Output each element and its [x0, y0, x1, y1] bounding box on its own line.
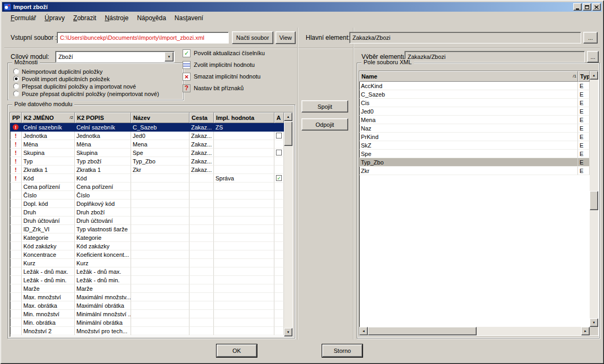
- scroll-up-icon[interactable]: ▲: [590, 71, 598, 80]
- xml-field-row[interactable]: CisE: [359, 99, 590, 107]
- module-field-row[interactable]: Max. obrátkaMaximální obrátka: [10, 301, 284, 310]
- module-table-vscrollbar[interactable]: ▲ ▼: [284, 112, 292, 336]
- checkbox-unchecked[interactable]: [276, 150, 282, 155]
- tool-smazat-implicitni-hodnotu[interactable]: ×Smazat implicitní hodnotu: [183, 72, 265, 81]
- close-button[interactable]: [592, 3, 601, 11]
- module-field-row[interactable]: MaržeMarže: [10, 284, 284, 293]
- radio-prepsat-duplicitni-polozky-a-importovat-nove[interactable]: Přepsat duplicitní položky a importovat …: [13, 83, 181, 90]
- input-file-field[interactable]: C:\Users\buncekp\Documents\Importy\Impor…: [57, 32, 229, 44]
- connect-button[interactable]: Spojit: [301, 100, 348, 112]
- cancel-button[interactable]: Storno: [322, 344, 363, 357]
- menu-item-nastroje[interactable]: Nástroje: [100, 13, 133, 23]
- xml-field-row[interactable]: Jed0E: [359, 107, 590, 116]
- titlebar[interactable]: Import zboží: [2, 2, 602, 12]
- name-cell: C_Sazeb: [131, 123, 189, 132]
- menu-item-zobrazit[interactable]: Zobrazit: [69, 13, 100, 23]
- target-module-combobox[interactable]: Zboží ▼: [55, 51, 175, 63]
- module-field-row[interactable]: Množství 2Množství pro tech...: [10, 327, 284, 335]
- pp-cell: !: [10, 132, 22, 140]
- module-field-row[interactable]: Druh účtováníDruh účtování: [10, 216, 284, 225]
- column-header-cesta[interactable]: Cesta: [189, 112, 214, 123]
- column-header-impl-hodnota[interactable]: Impl. hodnota: [214, 112, 274, 123]
- scroll-thumb[interactable]: [368, 327, 477, 335]
- scroll-thumb[interactable]: [284, 122, 292, 146]
- xml-field-row[interactable]: ZkrE: [359, 167, 590, 175]
- column-header-nazev[interactable]: Název: [131, 112, 189, 123]
- column-header-k2-jmeno[interactable]: K2 JMÉNO/2: [22, 112, 75, 123]
- radio-icon: [13, 76, 19, 82]
- module-field-row[interactable]: KoncentraceKoeficient koncent...: [10, 250, 284, 259]
- disconnect-button[interactable]: Odpojit: [301, 118, 348, 131]
- scroll-left-icon[interactable]: ◄: [359, 327, 368, 335]
- minimize-button[interactable]: [573, 3, 582, 11]
- scroll-up-icon[interactable]: ▲: [284, 112, 292, 121]
- module-field-row[interactable]: Cena pořízeníCena pořízení: [10, 183, 284, 191]
- name-cell: Spe: [131, 149, 189, 157]
- view-button[interactable]: View: [275, 31, 296, 44]
- xml-table-hscrollbar[interactable]: ◄ ►: [359, 327, 590, 335]
- column-header-k2-popis[interactable]: K2 POPIS: [75, 112, 131, 123]
- module-field-row[interactable]: Min. množstvíMinimální množství ...: [10, 310, 284, 318]
- column-header-typ[interactable]: Typ: [578, 71, 590, 82]
- xml-field-row[interactable]: SpeE: [359, 150, 590, 158]
- tool-nastav-bit-priznaku[interactable]: ?Nastav bit příznaků: [183, 84, 265, 92]
- chevron-down-icon[interactable]: ▼: [165, 52, 174, 62]
- scroll-down-icon[interactable]: ▼: [590, 318, 598, 327]
- xml-field-row[interactable]: NazE: [359, 124, 590, 133]
- checkbox-unchecked[interactable]: [276, 133, 282, 138]
- module-field-row[interactable]: !SkupinaSkupinaSpeZakaz...: [10, 149, 284, 157]
- scroll-thumb[interactable]: [590, 191, 598, 210]
- xml-field-row[interactable]: AccKindE: [359, 82, 590, 90]
- maximize-button[interactable]: [583, 3, 591, 11]
- menu-item-formular[interactable]: Formulář: [6, 13, 40, 23]
- module-field-row[interactable]: !KódKódSpráva✓: [10, 174, 284, 183]
- xml-name-cell: SkZ: [359, 141, 578, 150]
- module-field-row[interactable]: !Zkratka 1Zkratka 1ZkrZakaz...: [10, 166, 284, 174]
- module-field-row[interactable]: DruhDruh zboží: [10, 208, 284, 216]
- radio-pouze-prepsat-duplicitni-polozky-neimportovat-nove[interactable]: Pouze přepsat duplicitní položky (neimpo…: [13, 90, 181, 97]
- xml-field-row[interactable]: Typ_ZboE: [359, 158, 590, 167]
- menu-item-nastaveni[interactable]: Nastavení: [170, 13, 208, 23]
- module-field-row[interactable]: Min. obrátkaMinimální obrátka: [10, 318, 284, 327]
- radio-neimportovat-duplicitni-polozky[interactable]: Neimportovat duplicitní položky: [13, 68, 181, 75]
- impl-value-cell: Správa: [214, 174, 274, 183]
- module-field-row[interactable]: Ležák - dnů min.Ležák - dnů min.: [10, 276, 284, 284]
- load-file-button[interactable]: Načti soubor: [232, 31, 273, 44]
- module-field-row[interactable]: KurzKurz: [10, 259, 284, 267]
- xml-field-row[interactable]: SkZE: [359, 141, 590, 150]
- menu-item-upravy[interactable]: Úpravy: [40, 13, 69, 23]
- column-header-a[interactable]: A: [274, 112, 284, 123]
- column-header-pp[interactable]: PP: [10, 112, 22, 123]
- main-element-field[interactable]: Zakazka/Zbozi: [349, 32, 581, 44]
- module-field-row[interactable]: KategorieKategorie: [10, 233, 284, 242]
- module-field-row[interactable]: ID_Zrk_VlTyp vlastnosti šarže: [10, 225, 284, 233]
- element-select-field[interactable]: Zakazka/Zbozi: [404, 51, 585, 63]
- xml-field-row[interactable]: C_SazebE: [359, 90, 590, 99]
- ok-button[interactable]: OK: [217, 344, 257, 357]
- module-field-row[interactable]: !TypTyp zbožíTyp_ZboZakaz...: [10, 157, 284, 166]
- module-field-row[interactable]: !MěnaMěnaMenaZakaz...: [10, 140, 284, 149]
- scroll-down-icon[interactable]: ▼: [284, 328, 292, 336]
- menu-item-napoveda[interactable]: Nápověda: [133, 13, 170, 23]
- radio-icon: [13, 83, 19, 89]
- module-field-row[interactable]: Max. množstvíMaximální množstv...: [10, 293, 284, 301]
- active-cell: [274, 318, 284, 327]
- module-field-row[interactable]: ČísloČíslo: [10, 191, 284, 200]
- element-browse-button[interactable]: ...: [587, 51, 599, 63]
- radio-povolit-import-duplicitnich-polozek[interactable]: Povolit import duplicitních položek: [13, 75, 181, 82]
- main-element-browse-button[interactable]: ...: [583, 32, 598, 44]
- xml-table-vscrollbar[interactable]: ▲ ▼: [590, 71, 598, 327]
- module-field-row[interactable]: !JednotkaJednotkaJed0Zakaz...: [10, 132, 284, 140]
- module-field-row[interactable]: Kód zakázkyKód zakázky: [10, 242, 284, 250]
- xml-field-row[interactable]: MenaE: [359, 116, 590, 124]
- checkbox-checked[interactable]: ✓: [276, 175, 282, 181]
- module-field-row[interactable]: Ležák - dnů max.Ležák - dnů max.: [10, 267, 284, 276]
- tool-povolit-aktualizaci-ciselniku[interactable]: ✓Povolit aktualizaci číselníku: [183, 49, 265, 57]
- tool-zvolit-implicitni-hodnotu[interactable]: Zvolit implicitní hodnotu: [183, 60, 265, 69]
- module-field-row[interactable]: !Celní sazebníkCelní sazebníkC_SazebZaka…: [10, 123, 284, 132]
- xml-field-row[interactable]: PrKindE: [359, 133, 590, 141]
- k2-name-cell: Druh: [22, 208, 75, 216]
- module-field-row[interactable]: Dopl. kódDoplňkový kód: [10, 200, 284, 208]
- column-header-name[interactable]: Name/1: [359, 71, 578, 82]
- scroll-right-icon[interactable]: ►: [581, 327, 590, 335]
